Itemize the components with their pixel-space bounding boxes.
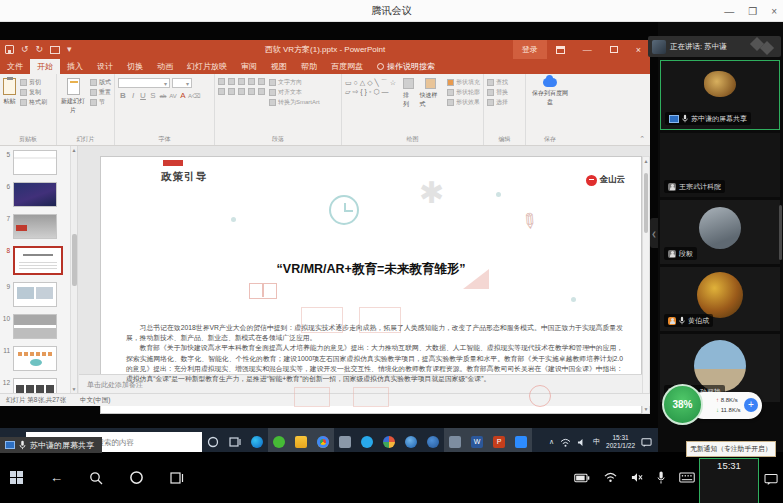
decrease-indent-icon[interactable] [238, 78, 245, 85]
close-icon[interactable]: × [771, 6, 777, 17]
cut-button[interactable]: 剪切 [20, 78, 47, 87]
tab-slideshow[interactable]: 幻灯片放映 [180, 59, 234, 74]
increase-indent-icon[interactable] [248, 78, 255, 85]
sidebar-scrollbar[interactable] [779, 205, 782, 260]
font-color-button[interactable]: A [178, 91, 188, 100]
maximize-icon[interactable]: ❐ [748, 6, 757, 17]
collapse-ribbon-icon[interactable]: ⌃ [639, 135, 645, 143]
back-icon[interactable]: ← [50, 470, 63, 485]
thumbnail-row[interactable]: 7 [0, 214, 57, 239]
participant-tile-screen-share[interactable]: 苏中谦的屏幕共享 [660, 60, 780, 130]
tab-help[interactable]: 帮助 [294, 59, 324, 74]
ime-indicator[interactable]: 中 [593, 437, 600, 447]
thumbnail-row[interactable]: 10 [0, 314, 57, 339]
slide-6-thumbnail[interactable] [13, 182, 57, 207]
scroll-down-icon[interactable]: ▼ [71, 386, 77, 392]
tab-animations[interactable]: 动画 [150, 59, 180, 74]
windows-start-button[interactable] [10, 471, 24, 485]
tab-baidu-netdisk[interactable]: 百度网盘 [324, 59, 370, 74]
thumbnail-scrollbar[interactable]: ▲ ▼ [70, 146, 77, 393]
save-to-baidu-button[interactable]: 保存到百度网盘 [529, 78, 571, 107]
net-widget-plus-button[interactable]: + [744, 398, 758, 412]
select-button[interactable]: 选择 [487, 98, 522, 107]
task-view-icon[interactable] [170, 471, 184, 485]
underline-button[interactable]: U [138, 91, 148, 100]
volume-icon[interactable] [577, 438, 587, 447]
qat-dropdown-icon[interactable]: ▾ [67, 43, 72, 56]
bullets-icon[interactable] [218, 78, 225, 85]
login-button[interactable]: 登录 [513, 40, 547, 59]
mic-icon[interactable] [657, 471, 665, 484]
redo-icon[interactable]: ↻ [36, 43, 44, 56]
bold-button[interactable]: B [118, 91, 128, 100]
tray-expand-icon[interactable]: ∧ [549, 438, 554, 446]
align-text-button[interactable]: 对齐文本 [269, 88, 320, 97]
tab-transitions[interactable]: 切换 [120, 59, 150, 74]
thumbnail-row[interactable]: 9 [0, 282, 57, 307]
section-button[interactable]: 节 [90, 98, 111, 107]
shape-effects-button[interactable]: 形状效果 [447, 98, 480, 107]
paste-button[interactable]: 粘贴 [3, 78, 16, 107]
numbering-icon[interactable] [228, 78, 235, 85]
participant-tile[interactable]: 黄伯成 [660, 267, 780, 331]
new-slide-button[interactable]: 新建幻灯片 [60, 78, 86, 115]
tray-clock[interactable]: 15:31 2021/1/22 [606, 434, 635, 451]
slideshow-icon[interactable] [50, 46, 60, 54]
slide-8-thumbnail-selected[interactable] [13, 246, 63, 275]
save-icon[interactable] [5, 45, 14, 54]
ppt-close-icon[interactable]: × [627, 40, 650, 59]
participant-tile[interactable]: 段毅 [660, 200, 780, 264]
align-right-icon[interactable] [238, 88, 245, 95]
font-name-select[interactable]: ▾ [118, 78, 170, 88]
find-button[interactable]: 查找 [487, 78, 522, 87]
italic-button[interactable]: I [128, 91, 138, 100]
network-icon[interactable] [560, 438, 571, 447]
reset-button[interactable]: 重置 [90, 88, 111, 97]
tab-view[interactable]: 视图 [264, 59, 294, 74]
character-spacing-button[interactable]: AV [168, 93, 178, 99]
volume-mute-icon[interactable] [631, 472, 643, 483]
text-direction-button[interactable]: 文字方向 [269, 78, 320, 87]
strikethrough-button[interactable]: ab [158, 93, 168, 99]
undo-icon[interactable]: ↺ [21, 43, 29, 56]
line-spacing-icon[interactable] [258, 78, 265, 85]
scrollbar-thumb[interactable] [72, 234, 77, 286]
participant-tile[interactable]: 王宗武计科院 [660, 133, 780, 197]
minimize-icon[interactable]: — [724, 6, 734, 17]
thumbnail-row[interactable]: 11 [0, 346, 57, 371]
sidebar-collapse-handle[interactable]: ❮ [650, 218, 658, 248]
columns-icon[interactable] [258, 88, 265, 95]
ppt-minimize-icon[interactable]: — [574, 40, 601, 59]
action-center-icon[interactable] [641, 437, 652, 448]
search-icon[interactable] [89, 471, 103, 485]
thumbnail-row[interactable]: 6 [0, 182, 57, 207]
slide-7-thumbnail[interactable] [13, 214, 57, 239]
shape-outline-button[interactable]: 形状轮廓 [447, 88, 480, 97]
font-size-select[interactable]: ▾ [172, 78, 192, 88]
battery-icon[interactable] [574, 473, 590, 483]
quick-styles-button[interactable]: 快速样式 [419, 78, 442, 109]
justify-icon[interactable] [248, 88, 255, 95]
slide-10-thumbnail[interactable] [13, 314, 57, 339]
language-indicator[interactable]: 中文(中国) [80, 396, 110, 405]
align-center-icon[interactable] [228, 88, 235, 95]
system-clock[interactable]: 15:31 星期五 2021/1/22 [699, 458, 759, 503]
tab-home[interactable]: 开始 [30, 59, 60, 74]
shapes-gallery[interactable]: ▭○△◇╲⌒☆ ▱⇨{}◦⬡— [345, 78, 398, 109]
ppt-restore-icon[interactable] [601, 40, 627, 59]
layout-button[interactable]: 版式 [90, 78, 111, 87]
scrollbar-thumb[interactable] [644, 173, 648, 233]
tab-file[interactable]: 文件 [0, 59, 30, 74]
align-left-icon[interactable] [218, 88, 225, 95]
net-percent-badge[interactable]: 38% [662, 384, 703, 425]
smartart-button[interactable]: 转换为SmartArt [269, 98, 320, 107]
text-shadow-button[interactable]: S [148, 91, 158, 100]
scroll-down-icon[interactable]: ▼ [643, 406, 649, 412]
scroll-up-icon[interactable]: ▲ [71, 147, 77, 153]
slide-9-thumbnail[interactable] [13, 282, 57, 307]
canvas-scrollbar[interactable]: ▲ ▼ [642, 156, 650, 414]
scroll-up-icon[interactable]: ▲ [643, 158, 649, 164]
screen-share-indicator[interactable]: 苏中谦的屏幕共享 [0, 437, 102, 453]
thumbnail-row[interactable]: 8 [0, 246, 63, 275]
arrange-button[interactable]: 排列 [403, 78, 414, 109]
